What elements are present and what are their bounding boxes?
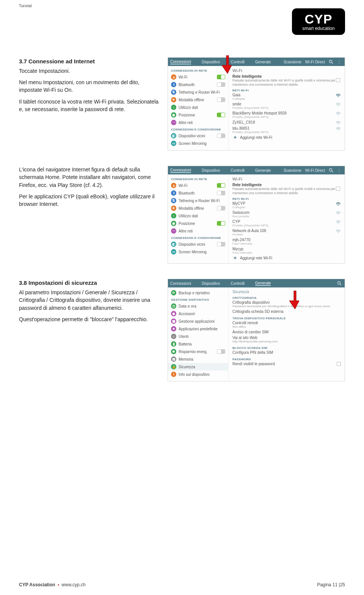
tab-controlli[interactable]: Controlli [231,60,245,64]
sec37-p2: Nel menu Impostazioni, con un movimento … [19,78,159,94]
sidebar-item-users[interactable]: ☺ Utenti [168,333,228,340]
network-sub: Fuori intervallo [232,251,341,254]
sidebar-item-datausage[interactable]: ↕ Utilizzo dati [168,104,228,111]
bluetooth-toggle[interactable] [217,82,225,87]
nearby-toggle[interactable] [217,133,225,138]
sidebar-item-power-saving[interactable]: ❀ Risparmio energ. [168,348,228,355]
network-sub: Protetto (Disponibile WPS) [232,115,333,119]
sidebar-item-offline[interactable]: ✈ Modalità offline [168,204,228,212]
nearby-toggle[interactable] [217,242,225,246]
search-icon[interactable] [337,281,342,286]
tab-connessioni[interactable]: Connessioni [170,60,191,64]
page: Turorial CYP smart education 3.7 Conness… [0,0,364,595]
sidebar-item-datausage[interactable]: ↕ Utilizzo dati [168,212,228,220]
wifi-panel: Wi-Fi Rete Intelligente Passate automati… [229,174,345,263]
bluetooth-toggle[interactable] [217,191,225,195]
position-toggle[interactable] [217,221,225,226]
sidebar-item-more-networks[interactable]: ⋯ Altre reti [168,227,228,235]
rendi-visibili-checkbox[interactable] [337,362,341,366]
avviso-sim-row[interactable]: Avviso di cambio SIM [232,329,341,335]
power-saving-toggle[interactable] [217,349,225,354]
sidebar-item-backup[interactable]: ⟳ Backup e ripristino [168,289,228,297]
sidebar-item-bluetooth[interactable]: ᚼ Bluetooth [168,81,228,88]
sidebar-item-mirroring[interactable]: ▭ Screen Mirroring [168,248,228,256]
add-wifi-row[interactable]: + Aggiungi rete Wi-Fi [232,255,341,261]
wifi-network-row[interactable]: mjh-24770Fuori intervallo [232,237,341,246]
search-icon[interactable] [329,168,333,173]
sidebar-item-tethering[interactable]: ⇅ Tethering e Router Wi-Fi [168,197,228,204]
more-icon[interactable]: ⋮ [337,60,342,64]
tab-connessioni[interactable]: Connessioni [170,168,191,173]
sidebar-item-date[interactable]: ◷ Data e ora [168,302,228,310]
sidebar-item-label: Wi-Fi [179,184,187,188]
wifi-network-row[interactable]: MycypFuori intervallo [232,246,341,255]
sidebar-item-mirroring[interactable]: ▭ Screen Mirroring [168,140,228,147]
tab-controlli[interactable]: Controlli [231,281,245,286]
add-wifi-row[interactable]: + Aggiungi rete Wi-Fi [232,135,341,140]
sidebar-item-battery[interactable]: ▮ Batteria [168,340,228,348]
rendi-visibili-row[interactable]: Rendi visibili le password [232,361,341,367]
search-icon[interactable] [329,60,333,64]
wifi-network-row[interactable]: MyCYPCollegato [232,201,341,210]
tab-generale[interactable]: Generale [255,168,271,173]
wifi-direct-label[interactable]: Wi-Fi Direct [305,60,325,64]
sidebar-item-app-mgmt[interactable]: ▦ Gestione applicazioni [168,317,228,325]
tab-dispositivo[interactable]: Dispositivo [202,168,220,173]
sidebar-item-wifi[interactable]: ⏚ Wi-Fi [168,73,228,81]
scansione-label[interactable]: Scansione [284,60,301,64]
sidebar-item-nearby[interactable]: ◧ Dispositivi vicini [168,132,228,140]
offline-toggle[interactable] [217,206,225,210]
tab-generale[interactable]: Generale [255,60,271,64]
more-icon[interactable]: ⋮ [337,168,342,173]
controlli-remoti-sub: Non attivo [232,325,341,328]
footer-url[interactable]: www.cyp.ch [61,582,85,587]
sec37-p1: Toccate Impostazioni. [19,67,159,75]
wifi-network-row[interactable]: smileProtetto (Disponibile WPS) [232,101,341,110]
sidebar-item-storage[interactable]: ▤ Memoria [168,355,228,363]
sidebar-item-bluetooth[interactable]: ᚼ Bluetooth [168,189,228,197]
wifi-toggle[interactable] [217,75,225,79]
sidebar-item-tethering[interactable]: ⇅ Tethering e Router Wi-Fi [168,88,228,96]
network-sub: Protetto (Disponibile WPS) [232,130,333,134]
wifi-direct-label[interactable]: Wi-Fi Direct [305,168,325,173]
crittografa-sd-row[interactable]: Crittografa scheda SD esterna [232,309,341,314]
sidebar-item-position[interactable]: ◉ Posizione [168,220,228,227]
sidebar-item-offline[interactable]: ✈ Modalità offline [168,96,228,104]
position-toggle[interactable] [217,113,225,117]
wifi-network-row[interactable]: CYPProtetto (Disponibile WPS) [232,219,341,228]
add-wifi-label: Aggiungi rete Wi-Fi [240,256,272,260]
tab-controlli[interactable]: Controlli [231,168,245,173]
tab-connessioni[interactable]: Connessioni [170,281,191,286]
sidebar-item-more-networks[interactable]: ⋯ Altre reti [168,119,228,126]
svg-point-6 [338,130,339,130]
sidebar-item-default-apps[interactable]: ★ Applicazioni predefinite [168,325,228,333]
wifi-network-row[interactable]: GaiaCollegato [232,92,341,101]
wifi-toggle[interactable] [217,183,225,188]
configura-pin-row[interactable]: Configura PIN della SIM [232,350,341,355]
rete-intelligente-checkbox[interactable] [336,78,340,82]
vai-sito-row[interactable]: Vai al sito Web http://findmymobile.sams… [232,335,341,344]
sidebar-item-position[interactable]: ◉ Posizione [168,111,228,119]
network-name: ZyXEL_C818 [232,120,333,124]
sidebar-item-nearby[interactable]: ◧ Dispositivi vicini [168,240,228,248]
sidebar-item-accessori[interactable]: ◉ Accessori [168,310,228,317]
controlli-remoti-row[interactable]: Controlli remoti Non attivo [232,320,341,329]
sidebar-item-about[interactable]: i Info sul dispositivo [168,371,228,378]
wifi-network-row[interactable]: SwisscomNon protetta [232,210,341,219]
sidebar-item-label: Screen Mirroring [179,141,207,146]
airplane-icon: ✈ [171,206,176,211]
tab-generale[interactable]: Generale [255,281,271,286]
scansione-label[interactable]: Scansione [284,168,301,173]
wifi-network-row[interactable]: Network di Aula 106Protetto [232,228,341,237]
sidebar-item-label: Bluetooth [179,83,195,87]
wifi-network-row[interactable]: tdu-36851Protetto (Disponibile WPS) [232,126,341,135]
offline-toggle[interactable] [217,97,225,102]
crittografia-row[interactable]: Crittografia dispositivo Password necess… [232,300,341,309]
tab-dispositivo[interactable]: Dispositivo [202,281,220,286]
tab-dispositivo[interactable]: Dispositivo [202,60,220,64]
sidebar-item-security[interactable]: 🔒 Sicurezza [168,363,228,371]
rete-intelligente-checkbox[interactable] [336,187,340,191]
wifi-network-row[interactable]: ZyXEL_C818 [232,119,341,126]
wifi-network-row[interactable]: BlackBerry Mobile Hotspot 9559Protetto (… [232,110,341,119]
sidebar-item-wifi[interactable]: ⏚ Wi-Fi [168,182,228,189]
